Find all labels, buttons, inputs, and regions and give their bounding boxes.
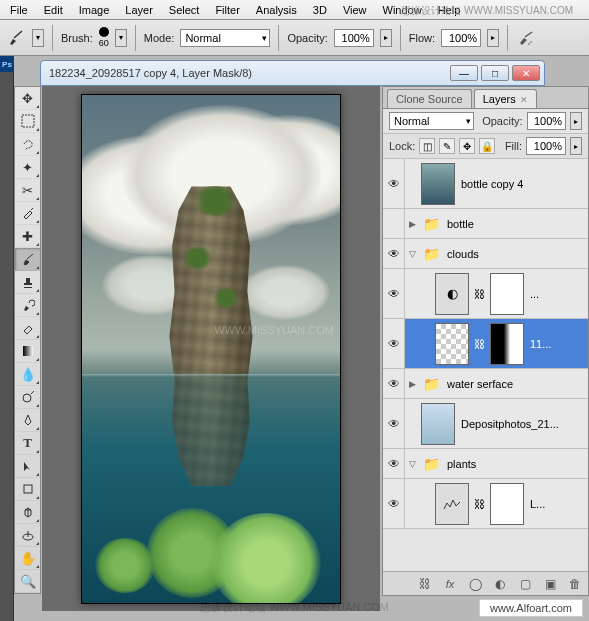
3d-tool[interactable]	[15, 501, 40, 524]
visibility-icon[interactable]: 👁	[383, 319, 405, 368]
document-canvas[interactable]: WWW.MISSYUAN.COM	[81, 94, 341, 604]
window-minimize-button[interactable]: —	[450, 65, 478, 81]
crop-tool[interactable]: ✂	[15, 179, 40, 202]
lock-all-icon[interactable]: 🔒	[479, 138, 495, 154]
menu-image[interactable]: Image	[71, 2, 118, 18]
layer-group-row[interactable]: 👁 ▶ 📁 water serface	[383, 369, 588, 399]
menu-analysis[interactable]: Analysis	[248, 2, 305, 18]
add-mask-icon[interactable]: ◯	[466, 575, 484, 593]
zoom-tool[interactable]: 🔍	[15, 570, 40, 593]
visibility-icon[interactable]: 👁	[383, 399, 405, 448]
blend-mode-dropdown[interactable]: Normal	[389, 112, 474, 130]
layer-name[interactable]: 11...	[526, 338, 588, 350]
adjustment-thumbnail[interactable]: ◐	[435, 273, 469, 315]
mode-dropdown[interactable]: Normal	[180, 29, 270, 47]
menu-filter[interactable]: Filter	[207, 2, 247, 18]
brush-tool[interactable]	[15, 248, 40, 271]
move-tool[interactable]: ✥	[15, 87, 40, 110]
opacity-input[interactable]: 100%	[334, 29, 374, 47]
window-close-button[interactable]: ✕	[512, 65, 540, 81]
stamp-tool[interactable]	[15, 271, 40, 294]
eyedropper-tool[interactable]	[15, 202, 40, 225]
layer-name[interactable]: bottle	[443, 218, 588, 230]
fx-icon[interactable]: fx	[441, 575, 459, 593]
visibility-icon[interactable]: 👁	[383, 159, 405, 208]
lock-position-icon[interactable]: ✥	[459, 138, 475, 154]
layer-thumbnail[interactable]	[435, 323, 469, 365]
close-icon[interactable]: ✕	[520, 95, 528, 105]
layer-row[interactable]: 👁 ⛓ L...	[383, 479, 588, 529]
link-icon[interactable]: ⛓	[471, 498, 488, 510]
twirl-open-icon[interactable]: ▽	[405, 249, 419, 259]
twirl-open-icon[interactable]: ▽	[405, 459, 419, 469]
menu-file[interactable]: File	[2, 2, 36, 18]
visibility-icon[interactable]: 👁	[383, 449, 405, 478]
adjustment-layer-icon[interactable]: ◐	[491, 575, 509, 593]
menu-select[interactable]: Select	[161, 2, 208, 18]
brush-preview[interactable]: 60	[99, 27, 109, 48]
layer-row[interactable]: 👁 bottle copy 4	[383, 159, 588, 209]
menu-edit[interactable]: Edit	[36, 2, 71, 18]
gradient-tool[interactable]	[15, 340, 40, 363]
fill-slider[interactable]: ▸	[570, 137, 582, 155]
link-icon[interactable]: ⛓	[471, 288, 488, 300]
layer-group-row[interactable]: 👁 ▽ 📁 plants	[383, 449, 588, 479]
tab-clone-source[interactable]: Clone Source	[387, 89, 472, 108]
layer-opacity-slider[interactable]: ▸	[570, 112, 582, 130]
layer-row[interactable]: 👁 ◐ ⛓ ...	[383, 269, 588, 319]
visibility-icon[interactable]: 👁	[383, 269, 405, 318]
layer-name[interactable]: L...	[526, 498, 588, 510]
hand-tool[interactable]: ✋	[15, 547, 40, 570]
lock-transparency-icon[interactable]: ◫	[419, 138, 435, 154]
mask-thumbnail[interactable]	[490, 483, 524, 525]
opacity-slider-btn[interactable]: ▸	[380, 29, 392, 47]
layer-name[interactable]: clouds	[443, 248, 588, 260]
layer-row[interactable]: 👁 Depositphotos_21...	[383, 399, 588, 449]
pen-tool[interactable]	[15, 409, 40, 432]
layer-row-selected[interactable]: 👁 ⛓ 11...	[383, 319, 588, 369]
type-tool[interactable]: T	[15, 432, 40, 455]
layer-thumbnail[interactable]	[421, 163, 455, 205]
layer-group-row[interactable]: ▶ 📁 bottle	[383, 209, 588, 239]
layer-name[interactable]: plants	[443, 458, 588, 470]
dodge-tool[interactable]	[15, 386, 40, 409]
link-icon[interactable]: ⛓	[471, 338, 488, 350]
layer-thumbnail[interactable]	[421, 403, 455, 445]
link-layers-icon[interactable]: ⛓	[416, 575, 434, 593]
camera-tool[interactable]	[15, 524, 40, 547]
delete-layer-icon[interactable]: 🗑	[566, 575, 584, 593]
fill-input[interactable]: 100%	[526, 137, 566, 155]
adjustment-thumbnail[interactable]	[435, 483, 469, 525]
lasso-tool[interactable]	[15, 133, 40, 156]
airbrush-icon[interactable]	[516, 28, 536, 48]
twirl-closed-icon[interactable]: ▶	[405, 379, 419, 389]
menu-layer[interactable]: Layer	[117, 2, 161, 18]
document-titlebar[interactable]: 182234_20928517 copy 4, Layer Mask/8) — …	[40, 60, 545, 86]
layer-name[interactable]: Depositphotos_21...	[457, 418, 588, 430]
tab-layers[interactable]: Layers✕	[474, 89, 537, 108]
visibility-icon[interactable]: 👁	[383, 369, 405, 398]
visibility-icon[interactable]: 👁	[383, 239, 405, 268]
tool-preset-dropdown[interactable]: ▾	[32, 29, 44, 47]
layer-group-row[interactable]: 👁 ▽ 📁 clouds	[383, 239, 588, 269]
layer-name[interactable]: bottle copy 4	[457, 178, 588, 190]
flow-input[interactable]: 100%	[441, 29, 481, 47]
twirl-closed-icon[interactable]: ▶	[405, 219, 419, 229]
blur-tool[interactable]: 💧	[15, 363, 40, 386]
marquee-tool[interactable]	[15, 110, 40, 133]
new-group-icon[interactable]: ▢	[516, 575, 534, 593]
mask-thumbnail[interactable]	[490, 323, 524, 365]
wand-tool[interactable]: ✦	[15, 156, 40, 179]
layer-name[interactable]: water serface	[443, 378, 588, 390]
menu-view[interactable]: View	[335, 2, 375, 18]
tool-preset-icon[interactable]	[6, 28, 26, 48]
lock-pixels-icon[interactable]: ✎	[439, 138, 455, 154]
menu-3d[interactable]: 3D	[305, 2, 335, 18]
shape-tool[interactable]	[15, 478, 40, 501]
visibility-icon[interactable]	[383, 209, 405, 238]
path-select-tool[interactable]	[15, 455, 40, 478]
visibility-icon[interactable]: 👁	[383, 479, 405, 528]
layer-opacity-input[interactable]: 100%	[527, 112, 567, 130]
window-maximize-button[interactable]: □	[481, 65, 509, 81]
eraser-tool[interactable]	[15, 317, 40, 340]
